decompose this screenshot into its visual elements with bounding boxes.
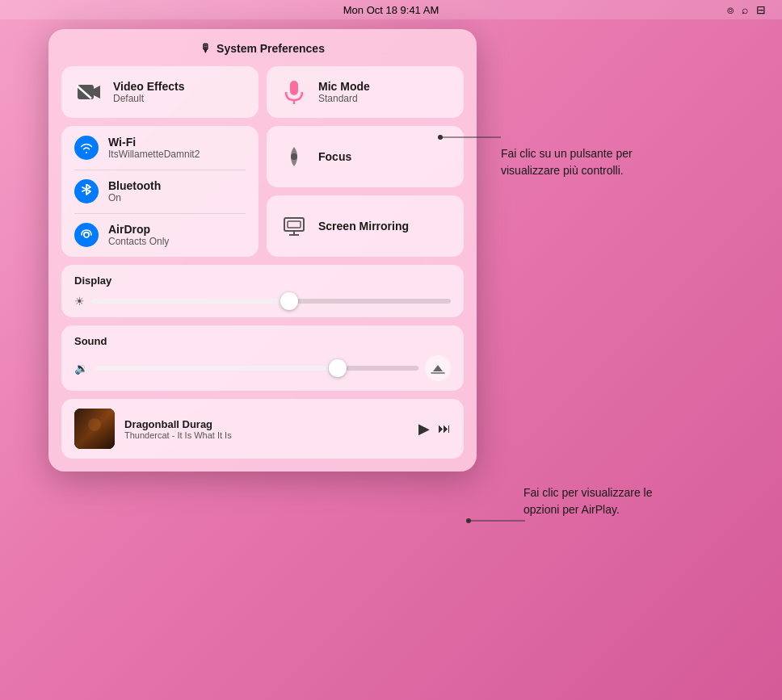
menubar: Mon Oct 18 9:41 AM ⌾ ⌕ ⊟ xyxy=(0,0,782,19)
brightness-fill xyxy=(91,299,289,304)
screen-mirroring-tile[interactable]: Screen Mirroring xyxy=(267,195,464,257)
focus-icon xyxy=(280,142,309,171)
svg-point-6 xyxy=(291,153,297,160)
bluetooth-icon-circle xyxy=(74,179,99,203)
focus-tile[interactable]: Focus xyxy=(267,126,464,187)
track-title: Dragonball Durag xyxy=(124,418,409,430)
wifi-icon[interactable]: ⌾ xyxy=(727,3,734,16)
bluetooth-item[interactable]: Bluetooth On xyxy=(61,170,259,213)
wifi-text: Wi-Fi ItsWillametteDamnit2 xyxy=(108,136,200,160)
volume-row: 🔉 xyxy=(74,355,451,381)
volume-fill xyxy=(95,366,338,371)
brightness-row: ☀ xyxy=(74,295,451,308)
airdrop-label: AirDrop xyxy=(108,223,169,236)
network-group: Wi-Fi ItsWillametteDamnit2 Bluetooth On xyxy=(61,126,259,257)
svg-marker-2 xyxy=(94,86,100,99)
brightness-slider[interactable] xyxy=(91,299,451,304)
brightness-icon: ☀ xyxy=(74,295,85,308)
screen-mirroring-text: Screen Mirroring xyxy=(318,220,409,233)
top-grid: Video Effects Default Mic Mode Standard xyxy=(61,66,464,118)
menubar-datetime: Mon Oct 18 9:41 AM xyxy=(343,4,439,16)
callout-1: Fai clic su un pulsante per visualizzare… xyxy=(501,145,662,179)
callout-2: Fai clic per visualizzare le opzioni per… xyxy=(523,484,685,518)
video-effects-text: Video Effects Default xyxy=(113,80,184,104)
airdrop-text: AirDrop Contacts Only xyxy=(108,223,169,247)
callout2-text: Fai clic per visualizzare le opzioni per… xyxy=(523,486,653,516)
skip-button[interactable]: ⏭ xyxy=(438,421,451,436)
panel-title-text: System Preferences xyxy=(217,42,325,55)
display-label: Display xyxy=(74,275,451,287)
mic-mode-sublabel: Standard xyxy=(318,93,370,104)
now-playing-section: Dragonball Durag Thundercat - It Is What… xyxy=(61,399,464,459)
volume-icon: 🔉 xyxy=(74,362,88,375)
video-effects-sublabel: Default xyxy=(113,93,184,104)
menubar-icons: ⌾ ⌕ ⊟ xyxy=(727,3,766,16)
track-artist: Thundercat - It Is What It Is xyxy=(124,430,409,440)
bluetooth-sublabel: On xyxy=(108,192,161,203)
svg-rect-8 xyxy=(288,221,301,228)
panel-title: 🎙 System Preferences xyxy=(61,42,464,55)
search-icon[interactable]: ⌕ xyxy=(742,3,748,16)
mic-mode-text: Mic Mode Standard xyxy=(318,80,370,104)
display-section: Display ☀ xyxy=(61,265,464,317)
airdrop-sublabel: Contacts Only xyxy=(108,236,169,247)
mic-mode-icon xyxy=(280,78,309,107)
datetime-label: Mon Oct 18 9:41 AM xyxy=(343,4,439,16)
panel-title-icon: 🎙 xyxy=(200,42,212,55)
play-button[interactable]: ▶ xyxy=(418,420,430,438)
control-center-panel: 🎙 System Preferences Video Effects Defau… xyxy=(48,29,477,472)
right-grid: Focus Screen Mirroring xyxy=(267,126,464,257)
airdrop-item[interactable]: AirDrop Contacts Only xyxy=(61,213,259,257)
svg-point-13 xyxy=(88,418,101,431)
wifi-item[interactable]: Wi-Fi ItsWillametteDamnit2 xyxy=(61,126,259,170)
callout1-text: Fai clic su un pulsante per visualizzare… xyxy=(501,147,633,177)
video-effects-label: Video Effects xyxy=(113,80,184,93)
video-effects-tile[interactable]: Video Effects Default xyxy=(61,66,259,118)
svg-rect-12 xyxy=(74,409,115,449)
bluetooth-text: Bluetooth On xyxy=(108,179,161,203)
playback-controls: ▶ ⏭ xyxy=(418,420,451,438)
brightness-thumb[interactable] xyxy=(280,292,298,310)
now-playing-info: Dragonball Durag Thundercat - It Is What… xyxy=(124,418,409,440)
wifi-label: Wi-Fi xyxy=(108,136,200,149)
airplay-button[interactable] xyxy=(425,355,451,381)
bluetooth-label: Bluetooth xyxy=(108,179,161,192)
album-art xyxy=(74,409,115,449)
wifi-sublabel: ItsWillametteDamnit2 xyxy=(108,149,200,160)
volume-slider[interactable] xyxy=(95,366,418,371)
focus-label: Focus xyxy=(318,150,351,163)
wifi-icon-circle xyxy=(74,136,99,160)
mic-mode-label: Mic Mode xyxy=(318,80,370,93)
screen-mirroring-icon xyxy=(280,212,309,241)
svg-point-17 xyxy=(466,518,471,523)
sound-label: Sound xyxy=(74,335,451,347)
middle-grid: Wi-Fi ItsWillametteDamnit2 Bluetooth On xyxy=(61,126,464,257)
svg-rect-0 xyxy=(78,85,94,99)
svg-rect-11 xyxy=(74,409,115,449)
svg-rect-3 xyxy=(290,81,298,95)
airdrop-icon-circle xyxy=(74,223,99,247)
control-center-icon[interactable]: ⊟ xyxy=(756,3,766,16)
focus-text: Focus xyxy=(318,150,351,163)
screen-mirroring-label: Screen Mirroring xyxy=(318,220,409,233)
sound-section: Sound 🔉 xyxy=(61,325,464,391)
volume-thumb[interactable] xyxy=(329,359,347,377)
mic-mode-tile[interactable]: Mic Mode Standard xyxy=(267,66,464,118)
video-effects-icon xyxy=(74,78,103,107)
